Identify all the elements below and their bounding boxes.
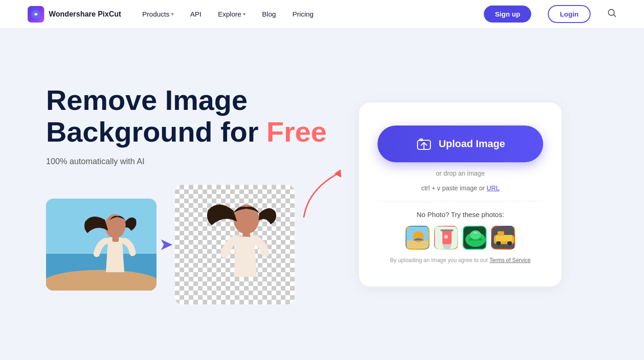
svg-line-2 [614, 15, 615, 17]
demo-result-image [175, 185, 295, 304]
svg-rect-28 [496, 235, 512, 241]
signup-button[interactable]: Sign up [484, 6, 531, 23]
sample-photo-1[interactable] [406, 226, 429, 250]
main-content: Remove Image Background for Free 100% au… [0, 29, 644, 360]
sample-photos [406, 226, 515, 250]
navbar: Wondershare PixCut Products ▾ API Explor… [0, 0, 644, 29]
headline: Remove Image Background for Free [46, 84, 331, 148]
sample-photo-3[interactable] [463, 226, 487, 250]
nav-api[interactable]: API [190, 10, 201, 18]
nav-pricing[interactable]: Pricing [292, 10, 313, 18]
tos-text: By uploading an image you agree to our T… [390, 257, 530, 263]
upload-card: Upload Image or drop an image ctrl + v p… [359, 103, 562, 286]
svg-rect-29 [498, 231, 504, 236]
demo-original-image [46, 199, 157, 291]
nav-explore[interactable]: Explore ▾ [218, 10, 245, 18]
tos-link[interactable]: Terms of Service [489, 257, 530, 263]
svg-point-16 [413, 231, 424, 242]
free-highlight: Free [267, 116, 327, 148]
hero-left: Remove Image Background for Free 100% au… [46, 84, 331, 305]
svg-rect-19 [441, 229, 453, 231]
svg-point-27 [507, 241, 512, 246]
svg-rect-7 [112, 236, 119, 242]
nav-blog[interactable]: Blog [262, 10, 276, 18]
explore-chevron-icon: ▾ [243, 11, 245, 17]
subheadline: 100% automatically with AI [46, 157, 331, 166]
paste-text: ctrl + v paste image or URL [421, 184, 499, 192]
divider [377, 201, 543, 201]
sample-photo-4[interactable] [491, 226, 515, 250]
search-icon[interactable] [607, 8, 616, 20]
login-button[interactable]: Login [548, 5, 591, 23]
svg-point-20 [444, 235, 448, 239]
drop-text: or drop an image [436, 170, 485, 177]
sample-photo-2[interactable] [434, 226, 458, 250]
nav-products[interactable]: Products ▾ [142, 10, 174, 18]
url-link[interactable]: URL [487, 184, 499, 192]
logo-text: Wondershare PixCut [49, 10, 121, 18]
image-demo: ➤ [46, 185, 331, 304]
svg-point-26 [496, 241, 501, 246]
logo[interactable]: Wondershare PixCut [28, 6, 121, 23]
upload-icon [416, 136, 432, 152]
logo-icon [28, 6, 44, 23]
products-chevron-icon: ▾ [171, 11, 174, 17]
svg-point-23 [470, 230, 481, 240]
svg-marker-11 [334, 168, 344, 177]
svg-rect-13 [419, 138, 423, 141]
try-photos-label: No Photo? Try these photos: [417, 211, 504, 218]
right-arrow: ➤ [154, 235, 177, 254]
upload-button[interactable]: Upload Image [377, 126, 543, 162]
red-curved-arrow [299, 166, 345, 222]
